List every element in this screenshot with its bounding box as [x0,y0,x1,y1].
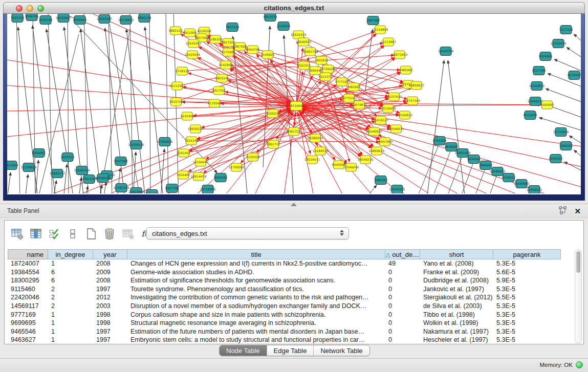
table-row[interactable]: 946554611997Estimation of the future num… [8,327,561,336]
svg-text:8912954: 8912954 [183,31,197,34]
scrollbar-thumb[interactable] [576,251,580,273]
table-cell-name: 18724007 [8,259,48,268]
table-cell-name: 19384554 [8,268,48,277]
svg-text:9634561: 9634561 [467,157,481,161]
table-cell-title: Disruption of a novel member of a sodium… [127,302,385,311]
new-document-icon[interactable] [83,226,99,242]
table-row[interactable]: 1938455462009Genome-wide association stu… [8,268,561,277]
svg-text:9274557: 9274557 [568,73,581,77]
column-header-out-degree[interactable]: △ out_de… [385,249,420,259]
row-height-icon[interactable] [65,226,80,242]
table-cell-out_degree: 49 [385,259,420,268]
svg-text:8454749: 8454749 [246,48,260,51]
tab-node-table[interactable]: Node Table [220,345,267,356]
table-cell-in_degree: 1 [48,327,93,336]
svg-text:10164622: 10164622 [397,113,413,117]
svg-text:18325419: 18325419 [291,33,307,36]
table-panel-title: Table Panel [7,207,39,214]
table-cell-name: 22420046 [8,293,48,302]
svg-text:3175685: 3175685 [222,50,235,54]
table-selector-value: citations_edges.txt [152,230,207,237]
svg-text:22420046: 22420046 [185,53,201,56]
svg-text:8226058: 8226058 [198,29,211,33]
network-svg: 7957220950674520303441626260789396051065… [7,14,581,193]
svg-text:12156819: 12156819 [21,165,37,169]
table-cell-year: 2008 [93,276,127,285]
table-row[interactable]: 2242004622012Investigating the contribut… [8,293,561,302]
select-rows-icon[interactable] [47,226,62,242]
table-cell-out_degree: 0 [385,268,420,277]
svg-text:16782759: 16782759 [114,186,129,189]
svg-text:10674872: 10674872 [352,103,367,106]
table-row[interactable]: 977716911998Corpus callosum shape and si… [8,311,561,319]
svg-text:12450221: 12450221 [527,188,542,191]
table-selector-dropdown[interactable]: citations_edges.txt [146,227,349,239]
table-mode-tabs: Node Table Edge Table Network Table [219,345,370,356]
column-header-year[interactable]: year [93,249,127,259]
svg-text:18549276: 18549276 [358,158,374,161]
svg-text:1894662: 1894662 [479,163,493,167]
svg-text:8061317: 8061317 [287,129,301,133]
table-row[interactable]: 946362711997Embryonic stem cells: a mode… [8,336,561,344]
table-cell-year: 1997 [93,285,127,294]
table-cell-year: 1997 [93,336,127,344]
delete-rows-trash-icon[interactable] [102,226,117,242]
table-cell-in_degree: 2 [48,293,93,302]
table-row[interactable]: 969969511998Structural magnetic resonanc… [8,319,561,327]
float-panel-icon[interactable] [559,206,567,216]
svg-text:9227349: 9227349 [532,69,546,72]
svg-text:22046975: 22046975 [388,127,404,130]
table-cell-pagerank: 5.3E-5 [493,302,561,311]
table-cell-title: Genome-wide association studies in ADHD. [127,268,385,277]
table-cell-title: Tourette syndrome. Phenomenology and cla… [127,285,385,294]
svg-text:2803144: 2803144 [215,76,229,80]
network-canvas[interactable]: 7957220950674520303441626260789396051065… [7,14,581,194]
table-cell-pagerank: 5.3E-5 [493,285,561,294]
svg-text:9827509: 9827509 [195,36,209,39]
svg-text:12923448: 12923448 [128,190,144,193]
svg-text:16107427: 16107427 [386,95,402,98]
svg-text:9777169: 9777169 [335,80,349,83]
table-row[interactable]: 911546021997Tourette syndrome. Phenomeno… [8,285,561,294]
table-cell-out_degree: 0 [385,285,420,294]
close-panel-icon[interactable]: ✕ [574,207,581,216]
table-cell-short: de Silva et al. (2003) [420,302,493,311]
table-cell-name: 9777169 [8,311,48,319]
svg-text:10653287: 10653287 [97,17,113,20]
svg-text:12444134: 12444134 [528,99,543,103]
table-cell-out_degree: 0 [385,293,420,302]
table-row[interactable]: 1830029562008Estimation of significance … [8,276,561,285]
column-header-short[interactable]: short [420,249,493,259]
table-settings-icon[interactable] [10,226,25,242]
column-header-in-degree[interactable]: in_degree [48,249,93,259]
show-column-icon[interactable] [28,226,43,242]
network-window-titlebar[interactable]: citations_edges.txt [3,2,585,14]
table-cell-in_degree: 6 [48,276,93,285]
column-header-name[interactable]: name [8,249,48,259]
svg-text:8813074: 8813074 [264,15,277,18]
svg-text:18930224: 18930224 [188,127,204,130]
split-pane-handle[interactable] [291,203,297,206]
table-cell-name: 14569117 [8,302,48,311]
table-cell-short: Stergiakouli et al. (2012) [420,293,493,302]
column-header-title[interactable]: title [127,249,385,259]
table-vertical-scrollbar[interactable] [575,249,582,343]
table-row[interactable]: 1456911722003Disruption of a novel membe… [8,302,561,311]
table-cell-in_degree: 1 [48,336,93,344]
svg-text:17359926: 17359926 [157,140,173,143]
column-header-pagerank[interactable]: pagerank [493,249,561,259]
svg-text:1562615: 1562615 [297,63,311,67]
delete-table-icon-disabled[interactable] [120,226,136,242]
table-row[interactable]: 1872400712008Changes of HCN gene express… [8,259,561,268]
svg-text:2030344: 2030344 [39,18,53,21]
svg-text:18300295: 18300295 [265,112,281,115]
tab-edge-table[interactable]: Edge Table [267,345,314,356]
table-cell-short: Franke et al. (2009) [420,268,493,277]
svg-text:9329966: 9329966 [539,54,553,58]
svg-text:15751074: 15751074 [551,41,567,45]
table-cell-pagerank: 5.9E-5 [493,276,561,285]
tab-network-table[interactable]: Network Table [313,345,369,356]
table-cell-year: 1998 [93,311,127,319]
svg-text:11645194: 11645194 [74,168,90,172]
table-cell-in_degree: 1 [48,259,93,268]
